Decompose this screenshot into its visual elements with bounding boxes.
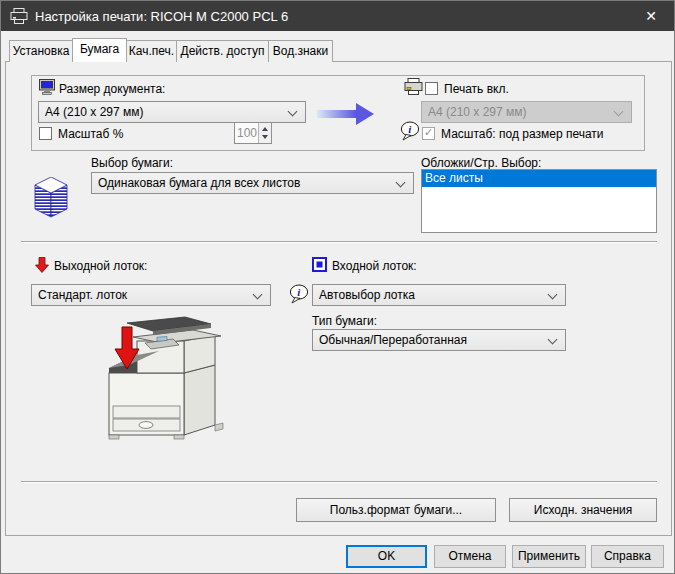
print-on-value: A4 (210 x 297 мм) <box>428 105 527 119</box>
printer-illustration <box>89 313 244 441</box>
section-divider <box>21 481 657 483</box>
scale-value: 100 <box>235 123 259 143</box>
document-size-value: A4 (210 x 297 мм) <box>45 105 144 119</box>
output-tray-select[interactable]: Стандарт. лоток <box>31 284 271 306</box>
printer-icon <box>10 8 28 24</box>
document-size-select[interactable]: A4 (210 x 297 мм) <box>38 101 306 123</box>
tab-watermarks[interactable]: Вод.знаки <box>268 40 333 62</box>
print-settings-dialog: Настройка печати: RICOH M C2000 PCL 6 ✕ … <box>0 0 675 574</box>
info-balloon-icon[interactable]: i <box>289 284 309 304</box>
apply-button[interactable]: Применить <box>512 545 586 568</box>
print-on-label: Печать вкл. <box>444 82 509 96</box>
tab-valid-access[interactable]: Действ. доступ <box>176 40 269 62</box>
fit-to-print-label: Масштаб: под размер печати <box>441 127 604 141</box>
covers-pages-list[interactable]: Все листы <box>421 169 657 233</box>
fit-to-print-checkbox <box>422 127 435 140</box>
scale-checkbox[interactable] <box>39 127 52 140</box>
print-on-select: A4 (210 x 297 мм) <box>421 101 632 123</box>
output-tray-label: Выходной лоток: <box>54 259 147 273</box>
document-size-label: Размер документа: <box>59 82 165 96</box>
scale-spinner[interactable]: 100 <box>234 122 272 144</box>
cancel-button[interactable]: Отмена <box>434 545 506 568</box>
tab-paper[interactable]: Бумага <box>72 38 127 62</box>
restore-defaults-button[interactable]: Исходн. значения <box>509 498 657 522</box>
input-tray-select[interactable]: Автовыбор лотка <box>312 284 566 306</box>
paper-type-label: Тип бумаги: <box>312 314 377 328</box>
ok-button[interactable]: OK <box>346 545 427 568</box>
spinner-arrows[interactable] <box>258 123 271 143</box>
list-item-all-sheets[interactable]: Все листы <box>422 170 656 187</box>
paper-type-value: Обычная/Переработанная <box>319 333 467 347</box>
paper-selection-value: Одинаковая бумага для всех листов <box>98 176 300 190</box>
title-bar: Настройка печати: RICOH M C2000 PCL 6 ✕ <box>1 1 674 31</box>
red-down-arrow-icon <box>35 257 49 273</box>
close-button[interactable]: ✕ <box>628 1 674 31</box>
blue-square-icon <box>312 257 327 272</box>
paper-selection-select[interactable]: Одинаковая бумага для всех листов <box>91 172 414 194</box>
custom-paper-size-button[interactable]: Польз.формат бумаги... <box>296 498 496 522</box>
paper-selection-label: Выбор бумаги: <box>91 156 173 170</box>
covers-pages-label: Обложки/Стр. Выбор: <box>421 156 541 170</box>
paper-type-select[interactable]: Обычная/Переработанная <box>312 329 566 351</box>
spinner-down-icon <box>262 135 268 139</box>
section-divider <box>21 241 657 243</box>
tab-print-quality[interactable]: Кач.печ. <box>126 40 177 62</box>
print-on-checkbox[interactable] <box>425 82 438 95</box>
paper-stack-icon <box>33 177 69 219</box>
tab-setup[interactable]: Установка <box>9 40 73 62</box>
info-balloon-icon[interactable]: i <box>400 121 420 141</box>
output-tray-value: Стандарт. лоток <box>38 288 127 302</box>
help-button[interactable]: Справка <box>591 545 664 568</box>
window-title: Настройка печати: RICOH M C2000 PCL 6 <box>35 9 288 24</box>
scale-label: Масштаб % <box>58 127 123 141</box>
gradient-right-arrow-icon <box>317 102 375 126</box>
spinner-up-icon <box>262 127 268 131</box>
close-icon: ✕ <box>645 8 657 24</box>
printer-icon <box>404 78 423 95</box>
input-tray-label: Входной лоток: <box>332 259 417 273</box>
monitor-icon <box>39 79 56 95</box>
input-tray-value: Автовыбор лотка <box>319 288 415 302</box>
